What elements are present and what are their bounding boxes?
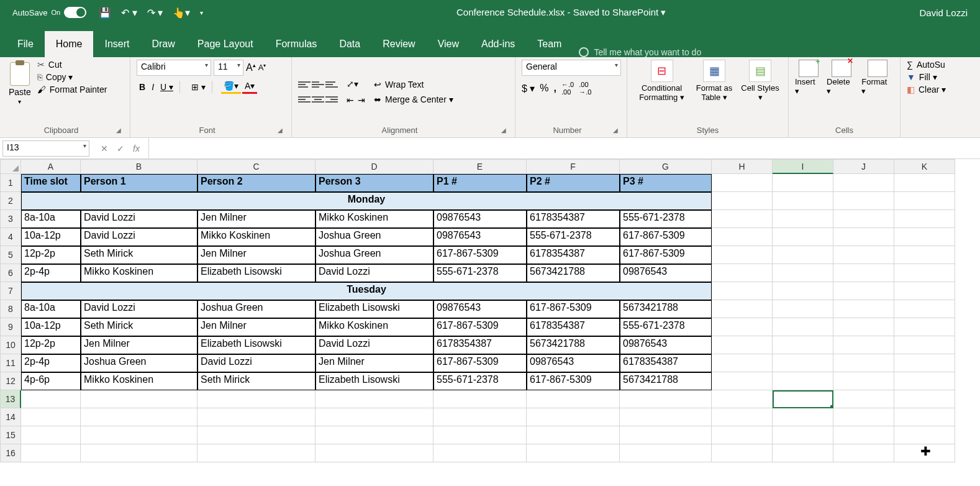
cell-K14[interactable] <box>894 408 955 426</box>
cell-D15[interactable] <box>315 426 433 444</box>
cell-E10[interactable]: 6178354387 <box>433 336 527 354</box>
cell-F5[interactable]: 6178354387 <box>527 246 620 264</box>
cell-F4[interactable]: 555-671-2378 <box>527 228 620 246</box>
cell-J3[interactable] <box>833 210 894 228</box>
cell-C10[interactable]: Elizabeth Lisowski <box>197 336 315 354</box>
cell-C4[interactable]: Mikko Koskinen <box>197 228 315 246</box>
cell-A6[interactable]: 2p-4p <box>21 264 81 282</box>
dialog-launcher-icon[interactable]: ◢ <box>501 127 509 134</box>
cell-A10[interactable]: 12p-2p <box>21 336 81 354</box>
cell-D5[interactable]: Joshua Green <box>315 246 433 264</box>
cell-G10[interactable]: 09876543 <box>620 336 712 354</box>
cell-F3[interactable]: 6178354387 <box>527 210 620 228</box>
column-header-J[interactable]: J <box>833 159 894 174</box>
increase-decimal-icon[interactable]: ←.0.00 <box>561 81 574 96</box>
tab-add-ins[interactable]: Add-ins <box>470 31 526 57</box>
cell-H8[interactable] <box>712 300 773 318</box>
cell-B5[interactable]: Seth Mirick <box>81 246 197 264</box>
cell-K10[interactable] <box>894 336 955 354</box>
dialog-launcher-icon[interactable]: ◢ <box>613 127 620 134</box>
cell-F16[interactable] <box>527 444 620 462</box>
undo-icon[interactable]: ↶ ▾ <box>121 7 137 19</box>
tab-formulas[interactable]: Formulas <box>265 31 329 57</box>
cell-I6[interactable] <box>773 264 833 282</box>
tab-page-layout[interactable]: Page Layout <box>186 31 265 57</box>
autosave-toggle[interactable]: AutoSave On <box>12 7 86 18</box>
select-all-corner[interactable] <box>0 159 21 174</box>
decrease-indent-icon[interactable]: ⇤ <box>347 95 354 105</box>
row-header-9[interactable]: 9 <box>0 318 21 336</box>
merge-center-button[interactable]: ⬌Merge & Center ▾ <box>374 94 453 104</box>
cell-H2[interactable] <box>712 192 773 210</box>
cell-J7[interactable] <box>833 282 894 300</box>
underline-button[interactable]: U ▾ <box>158 81 176 93</box>
cell-E11[interactable]: 617-867-5309 <box>433 354 527 372</box>
cell-F10[interactable]: 5673421788 <box>527 336 620 354</box>
font-size-select[interactable]: 11 <box>214 60 243 76</box>
cell-I8[interactable] <box>773 300 833 318</box>
row-header-14[interactable]: 14 <box>0 408 21 426</box>
cell-K7[interactable] <box>894 282 955 300</box>
cell-F6[interactable]: 5673421788 <box>527 264 620 282</box>
cell-E14[interactable] <box>433 408 527 426</box>
cell-I9[interactable] <box>773 318 833 336</box>
format-cells-button[interactable]: Format ▾ <box>861 60 894 96</box>
cell-D1[interactable]: Person 3 <box>315 174 433 192</box>
row-header-13[interactable]: 13 <box>0 390 21 408</box>
cell-B6[interactable]: Mikko Koskinen <box>81 264 197 282</box>
cell-H15[interactable] <box>712 426 773 444</box>
row-header-8[interactable]: 8 <box>0 300 21 318</box>
column-header-F[interactable]: F <box>527 159 620 174</box>
row-header-6[interactable]: 6 <box>0 264 21 282</box>
cell-J1[interactable] <box>833 174 894 192</box>
cell-E8[interactable]: 09876543 <box>433 300 527 318</box>
cell-C5[interactable]: Jen Milner <box>197 246 315 264</box>
cell-C1[interactable]: Person 2 <box>197 174 315 192</box>
cell-K12[interactable] <box>894 372 955 390</box>
cell-F14[interactable] <box>527 408 620 426</box>
dialog-launcher-icon[interactable]: ◢ <box>116 127 124 134</box>
cell-E3[interactable]: 09876543 <box>433 210 527 228</box>
cell-C13[interactable] <box>197 390 315 408</box>
cell-D12[interactable]: Elizabeth Lisowski <box>315 372 433 390</box>
tab-insert[interactable]: Insert <box>93 31 140 57</box>
cell-C16[interactable] <box>197 444 315 462</box>
cell-F9[interactable]: 6178354387 <box>527 318 620 336</box>
align-left-icon[interactable] <box>298 94 311 105</box>
cell-H14[interactable] <box>712 408 773 426</box>
cell-G6[interactable]: 09876543 <box>620 264 712 282</box>
percent-format-button[interactable]: % <box>540 83 548 94</box>
cell-A5[interactable]: 12p-2p <box>21 246 81 264</box>
cell-I4[interactable] <box>773 228 833 246</box>
row-header-7[interactable]: 7 <box>0 282 21 300</box>
cell-G8[interactable]: 5673421788 <box>620 300 712 318</box>
cell-D6[interactable]: David Lozzi <box>315 264 433 282</box>
cell-H11[interactable] <box>712 354 773 372</box>
cell-I12[interactable] <box>773 372 833 390</box>
row-header-2[interactable]: 2 <box>0 192 21 210</box>
align-center-icon[interactable] <box>312 94 324 105</box>
format-as-table-button[interactable]: ▦Format as Table ▾ <box>692 60 736 102</box>
cell-I7[interactable] <box>773 282 833 300</box>
cell-G14[interactable] <box>620 408 712 426</box>
cell-I5[interactable] <box>773 246 833 264</box>
font-color-button[interactable]: A▾ <box>242 80 257 94</box>
cell-D3[interactable]: Mikko Koskinen <box>315 210 433 228</box>
cell-D4[interactable]: Joshua Green <box>315 228 433 246</box>
cell-J2[interactable] <box>833 192 894 210</box>
cell-J5[interactable] <box>833 246 894 264</box>
cell-D14[interactable] <box>315 408 433 426</box>
cell-G5[interactable]: 617-867-5309 <box>620 246 712 264</box>
user-name[interactable]: David Lozzi <box>919 7 968 18</box>
delete-cells-button[interactable]: Delete ▾ <box>827 60 856 96</box>
orientation-button[interactable]: ⤢▾ <box>347 79 365 89</box>
cell-E12[interactable]: 555-671-2378 <box>433 372 527 390</box>
paste-button[interactable]: Paste ▾ <box>6 60 34 108</box>
row-header-5[interactable]: 5 <box>0 246 21 264</box>
column-header-I[interactable]: I <box>773 159 833 174</box>
column-header-E[interactable]: E <box>433 159 527 174</box>
cell-I13[interactable] <box>773 390 833 408</box>
cell-A8[interactable]: 8a-10a <box>21 300 81 318</box>
tab-view[interactable]: View <box>427 31 470 57</box>
cell-A9[interactable]: 10a-12p <box>21 318 81 336</box>
